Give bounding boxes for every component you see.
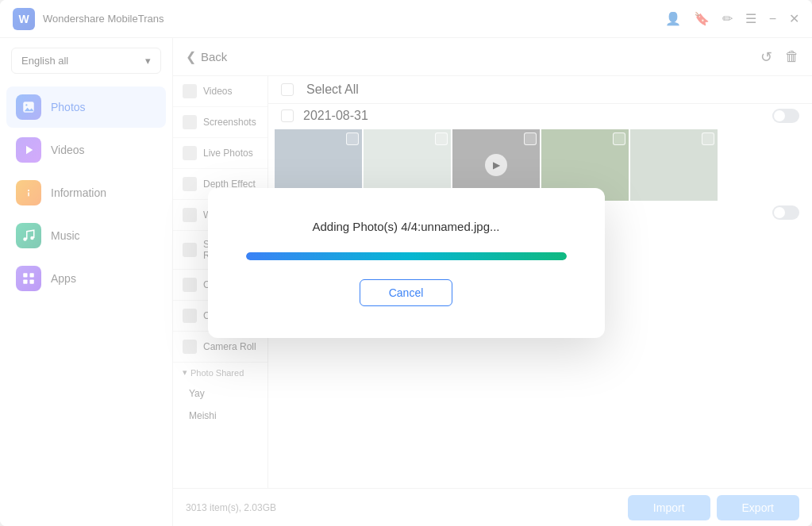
modal-message: Adding Photo(s) 4/4:unnamed.jpg...	[313, 220, 500, 233]
modal-dialog: Adding Photo(s) 4/4:unnamed.jpg... Cance…	[208, 188, 605, 338]
progress-bar-container	[246, 252, 567, 260]
modal-cancel-button[interactable]: Cancel	[360, 279, 453, 306]
progress-bar-fill	[246, 252, 567, 260]
app-window: W Wondershare MobileTrans 👤 🔖 ✏ ☰ − ✕ En…	[0, 0, 812, 526]
modal-overlay: Adding Photo(s) 4/4:unnamed.jpg... Cance…	[0, 0, 812, 526]
